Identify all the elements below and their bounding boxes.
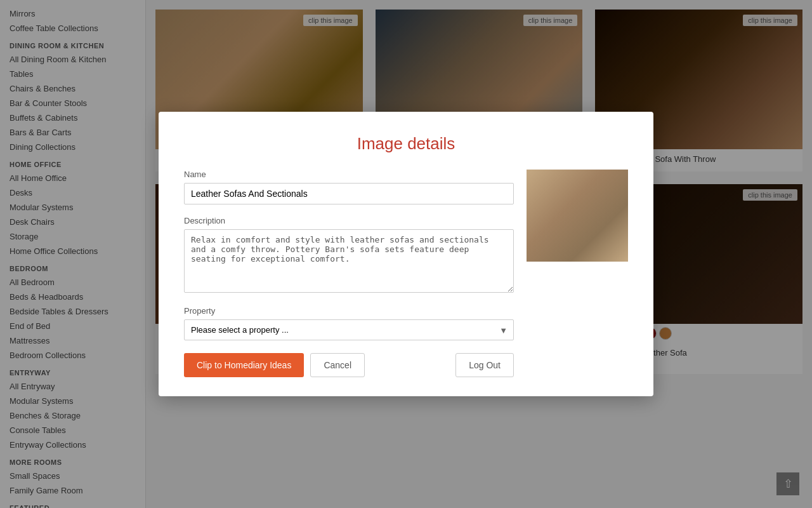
modal-actions-left: Clip to Homediary Ideas Cancel	[184, 353, 365, 377]
name-field-group: Name	[184, 170, 514, 204]
modal-body: Name Description Relax in comfort and st…	[184, 170, 628, 377]
modal-form: Name Description Relax in comfort and st…	[184, 170, 514, 377]
modal-title: Image details	[184, 134, 628, 154]
property-field-group: Property Please select a property ... ▼	[184, 306, 514, 340]
property-select[interactable]: Please select a property ...	[184, 319, 514, 340]
modal-thumbnail-image	[527, 170, 628, 262]
name-input[interactable]	[184, 183, 514, 204]
property-label: Property	[184, 306, 514, 316]
cancel-button[interactable]: Cancel	[310, 353, 365, 377]
description-textarea[interactable]: Relax in comfort and style with leather …	[184, 229, 514, 293]
description-label: Description	[184, 216, 514, 225]
modal-actions: Clip to Homediary Ideas Cancel Log Out	[184, 353, 514, 377]
property-select-wrapper: Please select a property ... ▼	[184, 319, 514, 340]
logout-button[interactable]: Log Out	[455, 353, 514, 377]
page-wrapper: Mirrors Coffee Table Collections DINING …	[0, 0, 812, 508]
modal-dialog: Image details Name Description Relax in …	[159, 112, 653, 396]
name-label: Name	[184, 170, 514, 179]
modal-overlay: Image details Name Description Relax in …	[0, 0, 812, 508]
modal-thumbnail	[527, 170, 628, 377]
clip-to-homediary-button[interactable]: Clip to Homediary Ideas	[184, 353, 304, 377]
description-field-group: Description Relax in comfort and style w…	[184, 216, 514, 295]
